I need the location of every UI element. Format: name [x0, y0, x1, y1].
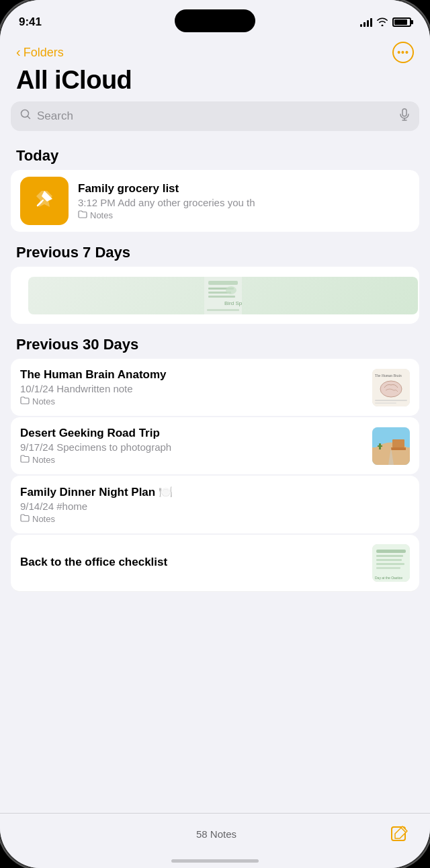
svg-rect-14 [375, 402, 396, 404]
note-item[interactable]: The Human Brain Anatomy 10/1/24 Handwrit… [11, 359, 419, 416]
nav-bar: ‹ Folders ••• [0, 36, 430, 63]
note-folder: Notes [20, 514, 410, 524]
folder-icon [78, 210, 87, 220]
more-button[interactable]: ••• [392, 42, 414, 63]
note-title: Back to the office checklist [20, 556, 364, 569]
note-info: Back to the office checklist [20, 556, 364, 570]
section-30days: Previous 30 Days The Human Brain Anatomy… [11, 329, 419, 592]
folder-name: Notes [90, 210, 113, 220]
battery-icon [392, 17, 411, 27]
svg-text:Day at the Oastice: Day at the Oastice [375, 576, 402, 580]
page-title: All iCloud [16, 66, 414, 95]
note-info: Family Dinner Night Plan 🍽️ 9/14/24 #hom… [20, 485, 410, 524]
svg-rect-24 [376, 559, 402, 561]
svg-point-7 [226, 286, 236, 294]
wifi-icon [376, 17, 388, 28]
note-folder: Notes [20, 455, 364, 465]
note-thumbnail-brain: The Human Brain [372, 369, 410, 406]
pin-icon [34, 188, 55, 214]
note-item[interactable]: Family grocery list 3:12 PM Add any othe… [11, 170, 419, 232]
note-thumbnail-bird: Bird Sp [28, 277, 418, 314]
back-chevron-icon: ‹ [16, 44, 21, 60]
note-folder: Notes [78, 210, 410, 220]
back-label: Folders [24, 46, 64, 60]
note-info: The Human Brain Anatomy 10/1/24 Handwrit… [20, 368, 364, 406]
pin-thumbnail [20, 177, 69, 225]
section-today: Today Family grocery list 3:12 [11, 140, 419, 232]
search-placeholder: Search [37, 110, 394, 123]
note-subtitle: 9/14/24 #home [20, 501, 410, 512]
page-title-container: All iCloud [0, 63, 430, 101]
folder-icon [20, 514, 30, 524]
section-header-7days: Previous 7 Days [11, 237, 419, 267]
more-icon: ••• [397, 47, 409, 58]
svg-rect-9 [207, 309, 239, 311]
svg-rect-1 [402, 109, 406, 116]
svg-rect-22 [376, 550, 406, 553]
dynamic-island [175, 9, 255, 32]
note-item[interactable]: Family Dinner Night Plan 🍽️ 9/14/24 #hom… [11, 476, 419, 533]
signal-icon [360, 17, 372, 27]
note-title: Family Dinner Night Plan 🍽️ [20, 485, 410, 499]
status-time: 9:41 [19, 15, 42, 29]
svg-rect-17 [392, 439, 404, 447]
note-thumbnail-checklist: Day at the Oastice [372, 544, 410, 582]
svg-rect-3 [208, 281, 238, 285]
note-item[interactable]: Back to the office checklist Day at the … [11, 535, 419, 592]
svg-rect-18 [391, 447, 406, 450]
note-subtitle: 3:12 PM Add any other groceries you th [78, 197, 410, 208]
note-thumbnail-desert [372, 427, 410, 465]
phone-frame: 9:41 ‹ Folders [0, 0, 430, 868]
svg-rect-6 [208, 296, 235, 298]
svg-text:Bird Sp: Bird Sp [224, 300, 242, 306]
note-subtitle: 9/17/24 Specimens to photograph [20, 441, 364, 453]
content-area: Today Family grocery list 3:12 [0, 140, 430, 806]
section-header-30days: Previous 30 Days [11, 329, 419, 359]
svg-rect-13 [375, 400, 407, 401]
note-item[interactable]: Desert Geeking Road Trip 9/17/24 Specime… [11, 417, 419, 474]
note-info: Family grocery list 3:12 PM Add any othe… [78, 182, 410, 220]
note-folder: Notes [20, 396, 364, 406]
compose-button[interactable] [387, 822, 411, 847]
svg-rect-20 [378, 445, 382, 447]
folder-icon [20, 396, 30, 406]
section-7days: Previous 7 Days Bird Spotting Wednesday … [11, 237, 419, 324]
status-icons [360, 17, 411, 28]
svg-text:The Human Brain: The Human Brain [375, 374, 402, 378]
back-button[interactable]: ‹ Folders [16, 45, 64, 60]
search-container: Search [0, 101, 430, 140]
folder-name: Notes [32, 455, 55, 465]
svg-rect-26 [376, 567, 400, 569]
folder-name: Notes [32, 514, 55, 524]
section-header-today: Today [11, 140, 419, 170]
note-title: The Human Brain Anatomy [20, 368, 364, 382]
home-indicator [171, 859, 259, 863]
note-info: Desert Geeking Road Trip 9/17/24 Specime… [20, 427, 364, 465]
svg-rect-23 [376, 555, 403, 557]
note-subtitle: 10/1/24 Handwritten note [20, 383, 364, 394]
mic-icon[interactable] [399, 108, 410, 125]
note-item[interactable]: Bird Spotting Wednesday Handwritten note… [11, 267, 419, 324]
search-icon [20, 109, 32, 124]
folder-name: Notes [32, 396, 55, 406]
note-title: Desert Geeking Road Trip [20, 427, 364, 440]
svg-rect-25 [376, 563, 404, 565]
search-bar[interactable]: Search [11, 101, 419, 131]
folder-icon [20, 455, 30, 465]
notes-count: 58 Notes [196, 828, 236, 840]
note-title: Family grocery list [78, 182, 410, 196]
